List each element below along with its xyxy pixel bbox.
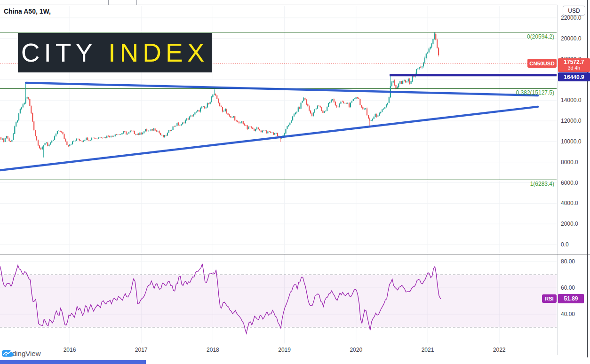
- fib-label: 0.382(15127.5): [516, 89, 554, 96]
- trendline-lower: [0, 107, 538, 170]
- rsi-tick-label: 60.00: [561, 285, 575, 291]
- price-tick-label: 22000.0: [561, 15, 581, 21]
- time-axis-border: [0, 344, 590, 344]
- pane-separator[interactable]: [0, 254, 590, 254]
- rsi-label-badge: RSI: [542, 294, 557, 303]
- price-tick-label: 6000.0: [561, 180, 578, 186]
- price-axis[interactable]: 22000.020000.018000.016000.014000.012000…: [558, 5, 590, 254]
- year-label: 2022: [493, 347, 506, 353]
- tradingview-icon: [2, 349, 14, 357]
- rsi-band: [0, 275, 557, 327]
- price-tick-label: 20000.0: [561, 35, 581, 42]
- price-tick-label: 4000.0: [561, 200, 578, 206]
- price-tick-label: 2000.0: [561, 221, 578, 227]
- year-label: 2016: [64, 347, 76, 353]
- level-price-badge: 16440.9: [558, 72, 590, 81]
- rsi-value-badge: 51.89: [558, 294, 584, 303]
- window-edge: [587, 0, 588, 357]
- price-tick-label: 12000.0: [561, 118, 581, 124]
- symbol-badge: CN50USD: [527, 59, 557, 68]
- year-label: 2018: [207, 347, 219, 353]
- rsi-tick-label: 40.00: [561, 311, 575, 317]
- top-border: [0, 5, 557, 5]
- cityindex-logo: CITY INDEX: [18, 33, 212, 72]
- chart-legend-title[interactable]: China A50, 1W,: [4, 8, 51, 15]
- fib-label: 1(6283.4): [530, 181, 554, 187]
- bar-countdown: 3d 4h: [568, 65, 580, 71]
- cityindex-word-city: CITY: [21, 38, 97, 68]
- fib-label: 0(20594.2): [527, 33, 554, 40]
- trendline-upper: [26, 83, 538, 95]
- price-tick-label: 10000.0: [561, 138, 581, 145]
- bottom-blue-strip: [0, 360, 146, 364]
- top-tick: [136, 0, 137, 5]
- price-tick-label: 0.0: [561, 241, 569, 248]
- tradingview-attribution[interactable]: TradingView: [2, 349, 41, 357]
- last-price-badge: 17572.7 3d 4h: [558, 58, 590, 72]
- cityindex-word-index: INDEX: [108, 38, 208, 68]
- chart-window: China A50, 1W, USD CITY INDEX 22000.0200…: [0, 0, 590, 364]
- rsi-tick-label: 80.00: [561, 258, 575, 265]
- year-label: 2020: [350, 347, 362, 353]
- price-tick-label: 14000.0: [561, 97, 581, 103]
- price-tick-label: 8000.0: [561, 159, 578, 166]
- year-label: 2017: [135, 347, 148, 353]
- year-label: 2019: [278, 347, 291, 353]
- year-label: 2021: [422, 347, 434, 353]
- axis-border: [557, 5, 558, 355]
- top-tick: [108, 0, 109, 5]
